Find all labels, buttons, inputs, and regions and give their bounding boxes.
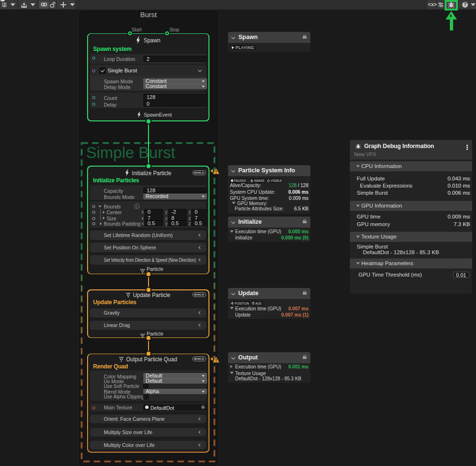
svg-text:Simple Burst: Simple Burst xyxy=(86,144,175,161)
